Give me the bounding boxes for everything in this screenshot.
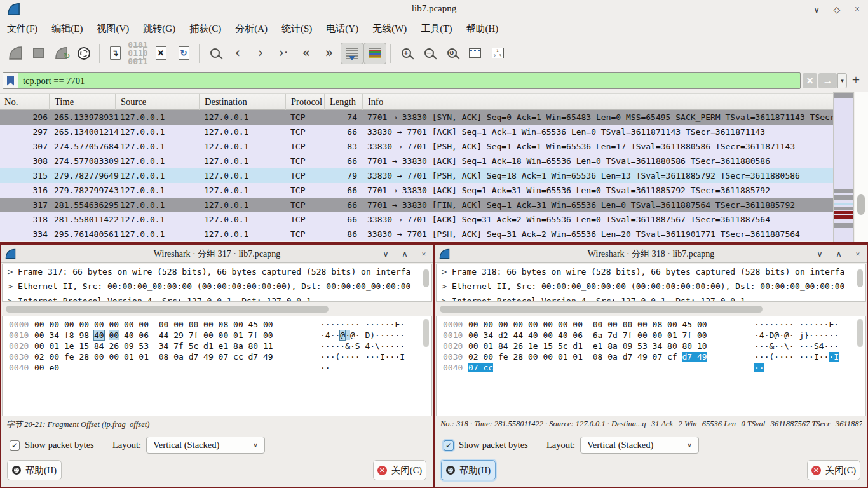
- expander-icon[interactable]: >: [7, 297, 13, 302]
- reload-file-icon[interactable]: ↻: [172, 43, 195, 64]
- auto-scroll-icon[interactable]: [341, 43, 363, 64]
- packet-row[interactable]: 334295.761480561127.0.0.1127.0.0.1TCP863…: [0, 227, 833, 241]
- display-filter-input[interactable]: tcp.port == 7701: [3, 72, 801, 89]
- hex-bytes[interactable]: 00 00 00 00 00 00 00 00 00 00 00 00 08 0…: [34, 320, 273, 329]
- expander-icon[interactable]: >: [7, 282, 13, 291]
- hex-ascii[interactable]: ·····&·S 4·\·····: [320, 341, 405, 351]
- tree-row[interactable]: >Frame 318: 66 bytes on wire (528 bits),…: [437, 264, 865, 279]
- go-forward-icon[interactable]: ›: [249, 43, 272, 64]
- expander-icon[interactable]: >: [7, 268, 13, 276]
- packet-bytes-pane[interactable]: 000000 00 00 00 00 00 00 00 00 00 00 00 …: [2, 316, 432, 416]
- column-header[interactable]: Protocol: [285, 94, 324, 111]
- hex-bytes[interactable]: 00 01 84 26 1e 15 5c d1 e1 8a 09 53 34 8…: [468, 341, 707, 351]
- hex-bytes[interactable]: 02 00 fe 28 00 00 01 01 08 0a d7 49 07 c…: [34, 352, 273, 362]
- menu-item[interactable]: 电话(Y): [319, 20, 365, 37]
- go-last-packet-icon[interactable]: »: [318, 43, 341, 64]
- packet-list-scrollbar[interactable]: [855, 92, 868, 242]
- hex-line[interactable]: 003002 00 fe 28 00 00 01 01 08 0a d7 49 …: [437, 352, 865, 363]
- hex-line[interactable]: 001000 34 f8 98 40 00 40 06 44 29 7f 00 …: [3, 330, 431, 341]
- packet-row[interactable]: 317281.554636295127.0.0.1127.0.0.1TCP667…: [0, 198, 833, 212]
- window-restore-button[interactable]: ∧: [834, 249, 843, 259]
- tree-horizontal-scrollbar[interactable]: [436, 305, 866, 313]
- menu-item[interactable]: 视图(V): [90, 20, 137, 37]
- hex-ascii[interactable]: ··: [320, 363, 330, 372]
- window-minimize-button[interactable]: ∨: [815, 249, 824, 259]
- column-header[interactable]: Info: [362, 94, 833, 111]
- capture-options-icon[interactable]: [72, 43, 95, 64]
- filter-add-button[interactable]: +: [849, 71, 863, 89]
- capture-restart-icon[interactable]: ↻: [50, 43, 72, 64]
- filter-bookmark-icon[interactable]: [3, 73, 18, 88]
- hex-scrollbar-handle[interactable]: [857, 319, 863, 347]
- packet-row[interactable]: 307274.577057684127.0.0.1127.0.0.1TCP833…: [0, 139, 833, 154]
- menu-item[interactable]: 捕获(C): [182, 20, 228, 37]
- window-minimize-button[interactable]: ∨: [381, 249, 390, 259]
- tree-scrollbar-handle[interactable]: [857, 269, 863, 287]
- menu-item[interactable]: 统计(S): [275, 20, 319, 37]
- menu-item[interactable]: 无线(W): [365, 20, 414, 37]
- scrollbar-handle[interactable]: [6, 306, 329, 313]
- packet-row[interactable]: 297265.134001214127.0.0.1127.0.0.1TCP663…: [0, 125, 833, 139]
- window-minimize-button[interactable]: ∨: [811, 4, 822, 15]
- packet-details-tree[interactable]: >Frame 318: 66 bytes on wire (528 bits),…: [436, 264, 866, 302]
- hex-line[interactable]: 004000 e0··: [3, 363, 431, 374]
- hex-ascii[interactable]: ········ ······E·: [320, 320, 405, 329]
- go-first-packet-icon[interactable]: «: [295, 43, 318, 64]
- expander-icon[interactable]: >: [441, 268, 447, 276]
- hex-bytes[interactable]: 00 e0: [34, 363, 59, 372]
- hex-bytes[interactable]: 00 01 1e 15 84 26 09 53 34 7f 5c d1 e1 8…: [34, 341, 273, 351]
- menu-item[interactable]: 文件(F): [0, 20, 44, 37]
- scrollbar-handle[interactable]: [857, 194, 865, 215]
- packet-row[interactable]: 318281.558011422127.0.0.1127.0.0.1TCP663…: [0, 212, 833, 227]
- hex-ascii[interactable]: ··: [754, 363, 764, 372]
- menu-item[interactable]: 分析(A): [228, 20, 275, 37]
- tree-horizontal-scrollbar[interactable]: [2, 305, 432, 313]
- hex-bytes[interactable]: 00 00 00 00 00 00 00 00 00 00 00 00 08 0…: [468, 320, 707, 329]
- filter-apply-button[interactable]: →: [818, 73, 837, 88]
- colorize-icon[interactable]: [363, 43, 386, 64]
- tree-row[interactable]: >Internet Protocol Version 4, Src: 127.0…: [3, 294, 431, 302]
- close-button[interactable]: ✕关闭(C): [373, 460, 426, 480]
- find-packet-icon[interactable]: [203, 43, 226, 64]
- close-file-icon[interactable]: ✕: [149, 43, 172, 64]
- filter-dropdown-button[interactable]: ▾: [837, 73, 847, 88]
- hex-ascii[interactable]: ·4·D@·@· j}······: [754, 330, 839, 340]
- layout-select[interactable]: Vertical (Stacked)∨: [580, 437, 699, 454]
- hex-bytes[interactable]: 00 34 f8 98 40 00 40 06 44 29 7f 00 00 0…: [34, 330, 273, 340]
- column-header[interactable]: Time: [49, 94, 115, 111]
- menu-item[interactable]: 帮助(H): [459, 20, 505, 37]
- packet-bytes-pane[interactable]: 000000 00 00 00 00 00 00 00 00 00 00 00 …: [436, 316, 866, 416]
- packet-row[interactable]: 315279.782779649127.0.0.1127.0.0.1TCP793…: [0, 168, 833, 183]
- menu-item[interactable]: 编辑(E): [44, 20, 90, 37]
- packet-row[interactable]: 296265.133978931127.0.0.1127.0.0.1TCP747…: [0, 110, 833, 125]
- zoom-reset-icon[interactable]: ↺: [440, 43, 463, 64]
- window-maximize-button[interactable]: ◇: [831, 4, 843, 15]
- tree-row[interactable]: >Ethernet II, Src: 00:00:00_00:00:00 (00…: [3, 279, 431, 294]
- expander-icon[interactable]: >: [441, 297, 447, 302]
- menu-item[interactable]: 跳转(G): [136, 20, 182, 37]
- packet-details-tree[interactable]: >Frame 317: 66 bytes on wire (528 bits),…: [2, 264, 432, 302]
- hex-line[interactable]: 002000 01 1e 15 84 26 09 53 34 7f 5c d1 …: [3, 341, 431, 352]
- packet-row[interactable]: 316279.782799743127.0.0.1127.0.0.1TCP667…: [0, 183, 833, 198]
- hex-ascii[interactable]: ···(···· ···I···I: [320, 352, 405, 362]
- hex-ascii[interactable]: ···(···· ···I···I: [754, 352, 839, 362]
- filter-clear-button[interactable]: ✕: [803, 73, 817, 88]
- hex-ascii[interactable]: ·4··@·@· D)······: [320, 330, 405, 340]
- expander-icon[interactable]: >: [441, 282, 447, 291]
- hex-bytes[interactable]: 07 cc: [468, 363, 493, 372]
- menu-item[interactable]: 工具(T): [414, 20, 459, 37]
- hex-line[interactable]: 003002 00 fe 28 00 00 01 01 08 0a d7 49 …: [3, 352, 431, 363]
- help-button[interactable]: 帮助(H): [441, 460, 496, 480]
- window-restore-button[interactable]: ∧: [400, 249, 409, 259]
- show-packet-bytes-checkbox[interactable]: ✓: [444, 440, 454, 451]
- go-back-icon[interactable]: ‹: [226, 43, 249, 64]
- layout-icon[interactable]: 123: [486, 43, 509, 64]
- go-to-packet-icon[interactable]: ›·: [272, 43, 295, 64]
- column-header[interactable]: No.: [0, 94, 49, 111]
- zoom-out-icon[interactable]: −: [417, 43, 440, 64]
- column-header[interactable]: Destination: [199, 94, 285, 111]
- hex-line[interactable]: 000000 00 00 00 00 00 00 00 00 00 00 00 …: [3, 320, 431, 330]
- hex-bytes[interactable]: 00 34 d2 44 40 00 40 06 6a 7d 7f 00 00 0…: [468, 330, 707, 340]
- window-close-button[interactable]: ×: [851, 4, 863, 15]
- help-button[interactable]: 帮助(H): [7, 460, 62, 480]
